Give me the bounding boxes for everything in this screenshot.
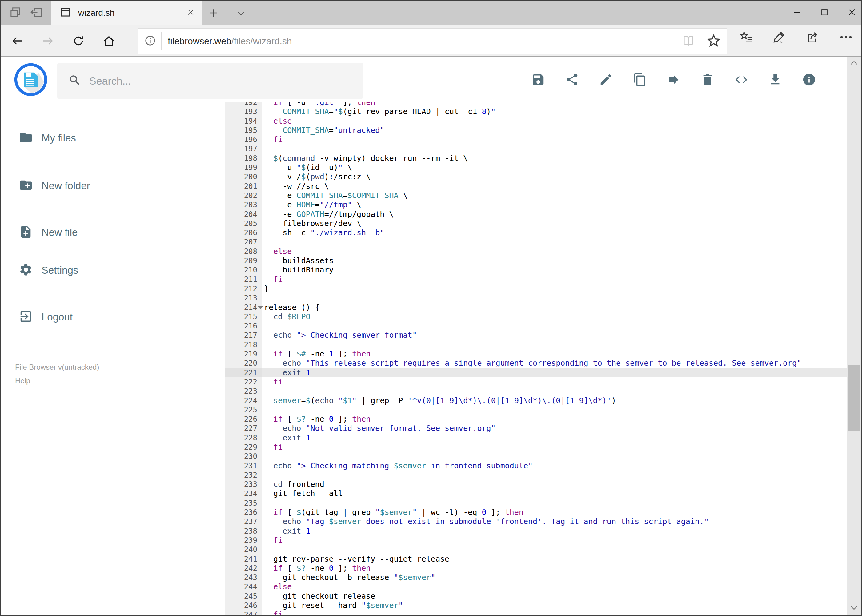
- code-line-215[interactable]: 215 cd $REPO: [225, 312, 847, 321]
- sidebar-item-logout[interactable]: Logout: [1, 308, 216, 326]
- code-line-204[interactable]: 204 -e GOPATH=//tmp/gopath \: [225, 210, 847, 219]
- code-editor[interactable]: 192 if [ -d ".git" ]; then193 COMMIT_SHA…: [225, 102, 847, 615]
- code-line-233[interactable]: 233 cd frontend: [225, 480, 847, 489]
- code-line-213[interactable]: 213: [225, 293, 847, 303]
- code-line-235[interactable]: 235: [225, 498, 847, 508]
- share-page-icon[interactable]: [806, 30, 820, 46]
- help-link[interactable]: Help: [15, 374, 99, 388]
- code-line-216[interactable]: 216: [225, 321, 847, 331]
- window-close-button[interactable]: [847, 7, 857, 19]
- code-line-196[interactable]: 196 fi: [225, 135, 847, 144]
- back-icon[interactable]: [11, 35, 24, 48]
- code-button[interactable]: [734, 72, 749, 87]
- code-line-247[interactable]: 247 fi: [225, 610, 847, 615]
- code-line-192[interactable]: 192 if [ -d ".git" ]; then: [225, 102, 847, 107]
- sidebar-item-my-files[interactable]: My files: [1, 129, 216, 147]
- code-line-202[interactable]: 202 -e COMMIT_SHA=$COMMIT_SHA \: [225, 191, 847, 200]
- code-line-219[interactable]: 219 if [ $# -ne 1 ]; then: [225, 349, 847, 358]
- code-line-240[interactable]: 240: [225, 545, 847, 554]
- scrollbar-thumb[interactable]: [848, 365, 860, 432]
- info-button[interactable]: [802, 72, 816, 87]
- code-line-231[interactable]: 231 echo "> Checking matching $semver in…: [225, 461, 847, 470]
- code-line-237[interactable]: 237 echo "Tag $semver does not exist in …: [225, 517, 847, 526]
- code-line-212[interactable]: 212}: [225, 284, 847, 293]
- url-text[interactable]: filebrowser.web/files/wizard.sh: [168, 36, 682, 46]
- home-icon[interactable]: [102, 35, 115, 49]
- code-line-211[interactable]: 211 fi: [225, 275, 847, 284]
- forward-icon[interactable]: [42, 35, 54, 48]
- line-number: 203: [225, 200, 262, 209]
- code-line-246[interactable]: 246 git reset --hard "$semver": [225, 601, 847, 610]
- code-line-210[interactable]: 210 buildBinary: [225, 266, 847, 275]
- url-box[interactable]: filebrowser.web/files/wizard.sh: [138, 28, 727, 54]
- scroll-down-icon[interactable]: [849, 603, 859, 614]
- save-button[interactable]: [531, 72, 545, 87]
- code-line-229[interactable]: 229 fi: [225, 443, 847, 452]
- code-line-218[interactable]: 218: [225, 340, 847, 349]
- code-line-197[interactable]: 197: [225, 144, 847, 154]
- window-maximize-button[interactable]: [820, 8, 829, 18]
- code-line-245[interactable]: 245 git checkout release: [225, 592, 847, 601]
- code-line-239[interactable]: 239 fi: [225, 536, 847, 545]
- set-tabs-aside-icon[interactable]: [30, 6, 43, 20]
- code-line-208[interactable]: 208 else: [225, 247, 847, 256]
- code-line-236[interactable]: 236 if [ $(git tag | grep "$semver" | wc…: [225, 508, 847, 517]
- more-options-icon[interactable]: [839, 30, 853, 46]
- site-info-icon[interactable]: [144, 35, 156, 48]
- code-line-225[interactable]: 225: [225, 405, 847, 415]
- share-button[interactable]: [565, 72, 579, 87]
- edit-button[interactable]: [599, 72, 613, 87]
- code-line-195[interactable]: 195 COMMIT_SHA="untracked": [225, 126, 847, 135]
- code-line-228[interactable]: 228 exit 1: [225, 433, 847, 443]
- search-input[interactable]: Search...: [57, 63, 363, 99]
- code-line-224[interactable]: 224 semver=$(echo "$1" | grep -P '^v(0|[…: [225, 396, 847, 405]
- sidebar-item-new-folder[interactable]: New folder: [1, 177, 216, 195]
- web-notes-pen-icon[interactable]: [772, 30, 786, 46]
- page-scrollbar[interactable]: [847, 57, 861, 615]
- scroll-up-icon[interactable]: [849, 58, 859, 69]
- new-tab-button[interactable]: [208, 7, 219, 20]
- refresh-icon[interactable]: [72, 35, 85, 48]
- code-line-206[interactable]: 206 sh -c "./wizard.sh -b": [225, 228, 847, 237]
- tab-close-icon[interactable]: [186, 8, 195, 18]
- window-minimize-button[interactable]: [793, 8, 802, 18]
- code-line-226[interactable]: 226 if [ $? -ne 0 ]; then: [225, 415, 847, 424]
- code-line-199[interactable]: 199 -u "$(id -u)" \: [225, 163, 847, 172]
- code-line-198[interactable]: 198 $(command -v winpty) docker run --rm…: [225, 154, 847, 163]
- code-line-207[interactable]: 207: [225, 237, 847, 247]
- delete-button[interactable]: [700, 72, 715, 87]
- code-line-222[interactable]: 222 fi: [225, 377, 847, 387]
- code-line-220[interactable]: 220 echo "This release script requires a…: [225, 358, 847, 368]
- code-line-238[interactable]: 238 exit 1: [225, 526, 847, 536]
- sidebar-item-new-file[interactable]: New file: [1, 223, 216, 241]
- code-line-205[interactable]: 205 filebrowser/dev \: [225, 219, 847, 228]
- filebrowser-logo[interactable]: [14, 63, 48, 97]
- code-line-214[interactable]: 214release () {: [225, 303, 847, 312]
- code-line-241[interactable]: 241 git rev-parse --verify --quiet relea…: [225, 555, 847, 564]
- code-line-194[interactable]: 194 else: [225, 116, 847, 126]
- code-line-221[interactable]: 221 exit 1: [225, 368, 847, 377]
- tab-preview-icon[interactable]: [9, 6, 22, 20]
- tab-list-chevron-icon[interactable]: [236, 9, 246, 19]
- browser-tab[interactable]: wizard.sh: [51, 1, 202, 25]
- sidebar-item-settings[interactable]: Settings: [1, 261, 216, 279]
- code-line-242[interactable]: 242 if [ $? -ne 0 ]; then: [225, 564, 847, 573]
- code-line-230[interactable]: 230: [225, 452, 847, 461]
- code-line-203[interactable]: 203 -e HOME="//tmp" \: [225, 200, 847, 209]
- code-line-217[interactable]: 217 echo "> Checking semver format": [225, 331, 847, 340]
- move-button[interactable]: [667, 72, 681, 87]
- code-line-234[interactable]: 234 git fetch --all: [225, 489, 847, 498]
- download-button[interactable]: [768, 72, 782, 87]
- code-line-201[interactable]: 201 -w //src \: [225, 182, 847, 191]
- code-line-243[interactable]: 243 git checkout -b release "$semver": [225, 573, 847, 582]
- code-line-244[interactable]: 244 else: [225, 582, 847, 591]
- favorites-hub-icon[interactable]: [739, 30, 753, 46]
- code-line-193[interactable]: 193 COMMIT_SHA="$(git rev-parse HEAD | c…: [225, 107, 847, 116]
- code-line-232[interactable]: 232: [225, 470, 847, 480]
- code-line-223[interactable]: 223: [225, 387, 847, 396]
- copy-button[interactable]: [633, 72, 647, 87]
- code-line-209[interactable]: 209 buildAssets: [225, 256, 847, 266]
- add-favorite-star-icon[interactable]: [707, 33, 721, 49]
- code-line-227[interactable]: 227 echo "Not valid semver format. See s…: [225, 424, 847, 433]
- code-line-200[interactable]: 200 -v /$(pwd):/src:z \: [225, 172, 847, 181]
